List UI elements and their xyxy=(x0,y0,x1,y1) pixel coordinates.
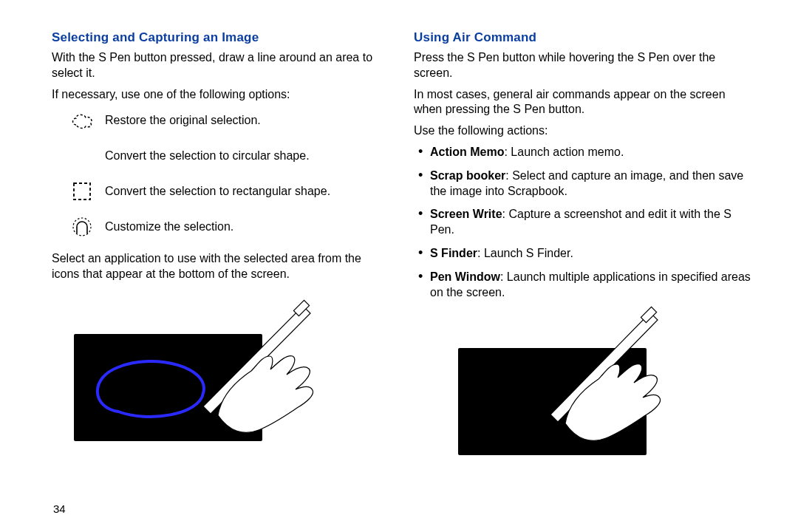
figure-air-command xyxy=(458,322,754,463)
paragraph: If necessary, use one of the following o… xyxy=(52,87,392,103)
paragraph: Use the following actions: xyxy=(414,123,754,139)
list-item: Action Memo: Launch action memo. xyxy=(417,145,754,160)
option-label: Restore the original selection. xyxy=(105,113,261,129)
option-customize: Customize the selection. xyxy=(69,216,392,238)
hand-pen-icon xyxy=(532,304,680,444)
paragraph: With the S Pen button pressed, draw a li… xyxy=(52,50,392,81)
list-item: Screen Write: Capture a screenshot and e… xyxy=(417,207,754,238)
paragraph: Select an application to use with the se… xyxy=(52,251,392,282)
figure-select-capture xyxy=(74,308,392,449)
list-item: Scrap booker: Select and capture an imag… xyxy=(417,168,754,200)
paragraph: Press the S Pen button while hovering th… xyxy=(414,50,754,81)
option-circular: Convert the selection to circular shape. xyxy=(69,145,392,167)
item-label: Scrap booker xyxy=(430,169,505,182)
right-column: Using Air Command Press the S Pen button… xyxy=(414,30,754,463)
item-label: Pen Window xyxy=(430,270,500,283)
section-heading-aircommand: Using Air Command xyxy=(414,30,754,46)
option-label: Customize the selection. xyxy=(105,219,233,235)
air-command-list: Action Memo: Launch action memo. Scrap b… xyxy=(414,145,754,300)
option-label: Convert the selection to circular shape. xyxy=(105,149,310,164)
left-column: Selecting and Capturing an Image With th… xyxy=(52,30,392,463)
option-rectangular: Convert the selection to rectangular sha… xyxy=(69,180,392,202)
option-label: Convert the selection to rectangular sha… xyxy=(105,184,330,200)
square-dashed-icon xyxy=(69,180,95,202)
manual-page: Selecting and Capturing an Image With th… xyxy=(0,0,798,477)
item-desc: : Launch S Finder. xyxy=(477,247,573,259)
page-number: 34 xyxy=(53,502,66,516)
svg-rect-0 xyxy=(74,183,90,200)
cloud-dashed-icon xyxy=(69,109,95,132)
list-item: Pen Window: Launch multiple applications… xyxy=(417,270,754,301)
item-label: Action Memo xyxy=(430,146,504,158)
option-restore: Restore the original selection. xyxy=(69,109,392,132)
section-heading-selecting: Selecting and Capturing an Image xyxy=(52,30,392,46)
item-label: Screen Write xyxy=(430,208,502,220)
item-label: S Finder xyxy=(430,247,477,259)
paragraph: In most cases, general air commands appe… xyxy=(414,87,754,118)
item-desc: : Launch action memo. xyxy=(504,146,624,158)
magnet-dashed-icon xyxy=(69,216,95,238)
blank-icon xyxy=(69,145,95,167)
list-item: S Finder: Launch S Finder. xyxy=(417,246,754,262)
hand-pen-icon xyxy=(200,297,347,437)
svg-point-1 xyxy=(73,218,91,236)
